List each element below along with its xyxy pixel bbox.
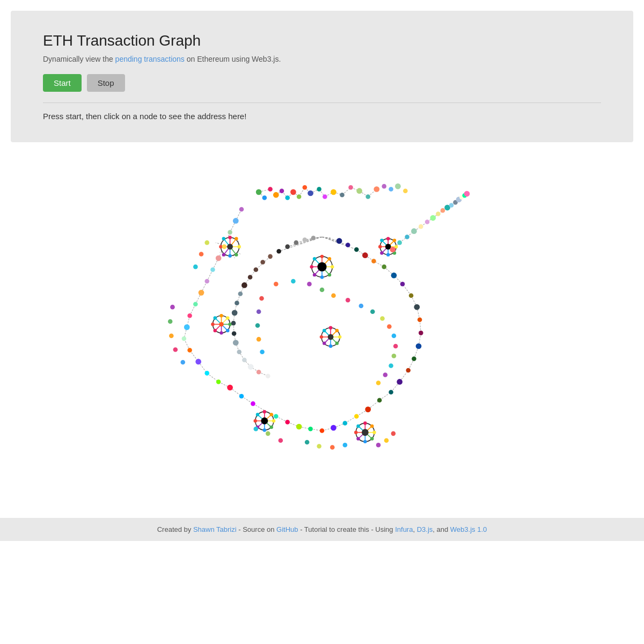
svg-point-201: [323, 341, 326, 345]
shawn-link[interactable]: Shawn Tabrizi: [193, 525, 237, 533]
svg-point-326: [248, 364, 254, 370]
infura-link[interactable]: Infura: [395, 525, 413, 533]
svg-point-353: [380, 316, 385, 321]
svg-point-295: [416, 343, 422, 349]
svg-point-289: [365, 407, 371, 413]
d3-link[interactable]: D3.js: [417, 525, 433, 533]
svg-point-202: [320, 335, 323, 339]
svg-point-280: [251, 401, 255, 406]
svg-point-278: [227, 385, 233, 391]
svg-point-149: [313, 257, 316, 260]
divider: [43, 103, 601, 103]
svg-point-179: [226, 316, 229, 319]
svg-point-350: [346, 298, 350, 303]
stop-button[interactable]: Stop: [87, 74, 125, 92]
svg-point-199: [335, 341, 339, 345]
hub-node-center-low[interactable]: [320, 326, 342, 348]
svg-point-249: [308, 191, 313, 196]
svg-point-183: [214, 329, 217, 332]
hub-node-lower-left[interactable]: [211, 314, 232, 335]
graph-links: [184, 187, 456, 439]
svg-point-314: [260, 260, 265, 265]
svg-point-241: [262, 195, 267, 200]
svg-point-364: [257, 337, 261, 342]
svg-point-304: [362, 252, 368, 258]
svg-point-235: [370, 437, 374, 440]
svg-point-309: [303, 238, 308, 243]
svg-point-177: [219, 322, 224, 327]
svg-point-378: [279, 438, 283, 443]
hub-node-bottom-right[interactable]: [354, 421, 376, 443]
svg-point-260: [395, 184, 401, 189]
svg-point-368: [193, 265, 198, 269]
svg-point-322: [232, 331, 237, 336]
pending-link[interactable]: pending transactions: [115, 55, 185, 63]
svg-point-324: [237, 349, 241, 354]
svg-point-127: [235, 253, 238, 256]
svg-point-360: [376, 380, 381, 385]
svg-point-265: [222, 244, 227, 249]
svg-point-123: [227, 244, 233, 250]
svg-point-142: [320, 255, 324, 258]
svg-point-376: [330, 445, 335, 450]
svg-point-313: [268, 254, 273, 259]
svg-point-333: [419, 224, 423, 229]
svg-point-374: [305, 440, 310, 445]
svg-point-371: [169, 333, 174, 338]
svg-point-198: [338, 335, 341, 339]
svg-point-381: [376, 443, 381, 448]
svg-point-330: [397, 240, 402, 245]
svg-point-254: [348, 185, 353, 190]
footer-comma: ,: [413, 525, 416, 533]
hub-node-center[interactable]: [310, 255, 334, 279]
svg-point-339: [449, 203, 454, 208]
svg-point-301: [391, 273, 397, 279]
svg-point-164: [386, 253, 390, 256]
svg-point-334: [425, 219, 430, 224]
svg-point-317: [241, 282, 247, 288]
footer-source-text: - Source on: [237, 525, 276, 533]
github-link[interactable]: GitHub: [276, 525, 298, 533]
svg-point-297: [418, 317, 422, 322]
svg-point-298: [414, 304, 420, 310]
svg-point-307: [336, 238, 342, 244]
svg-point-284: [308, 427, 313, 431]
svg-point-321: [231, 321, 236, 326]
svg-point-345: [274, 282, 279, 287]
svg-point-244: [280, 188, 284, 193]
svg-point-299: [409, 293, 414, 298]
graph-nodes[interactable]: [168, 184, 470, 450]
start-button[interactable]: Start: [43, 74, 82, 92]
svg-point-310: [294, 240, 299, 245]
svg-point-266: [216, 255, 222, 261]
svg-point-375: [317, 444, 321, 449]
svg-point-367: [199, 252, 204, 257]
hub-node-right-mid[interactable]: [378, 237, 398, 256]
transaction-graph[interactable]: [161, 164, 483, 496]
button-row: Start Stop: [43, 74, 601, 92]
svg-point-306: [346, 243, 350, 247]
svg-point-354: [387, 324, 392, 329]
svg-point-234: [372, 431, 376, 434]
svg-point-305: [354, 247, 359, 252]
svg-point-361: [259, 296, 264, 301]
svg-point-200: [329, 345, 332, 348]
svg-point-214: [263, 410, 266, 413]
svg-point-144: [331, 265, 334, 268]
web3-link[interactable]: Web3.js 1.0: [450, 525, 487, 533]
svg-point-264: [228, 230, 232, 235]
svg-point-379: [266, 431, 270, 436]
svg-point-286: [331, 425, 336, 431]
svg-point-357: [392, 354, 397, 358]
svg-point-282: [285, 420, 290, 425]
svg-point-251: [323, 194, 327, 199]
svg-point-231: [362, 429, 369, 436]
footer-and: , and: [433, 525, 450, 533]
subtitle: Dynamically view the pending transaction…: [43, 55, 601, 63]
svg-point-382: [384, 438, 389, 443]
svg-point-347: [307, 282, 312, 287]
svg-point-258: [382, 184, 386, 189]
svg-point-247: [297, 194, 302, 199]
svg-point-336: [436, 211, 441, 216]
svg-point-245: [285, 195, 290, 200]
